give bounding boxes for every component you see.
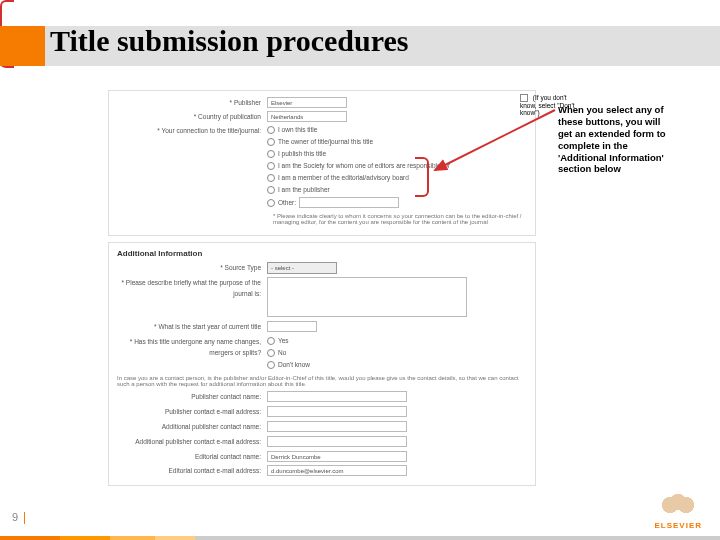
describe-textarea[interactable] (267, 277, 467, 317)
slide-title: Title submission procedures (50, 24, 408, 58)
radio-yes[interactable] (267, 337, 275, 345)
page-number: 9 (12, 511, 25, 524)
header-accent (0, 26, 45, 66)
pub-name-input[interactable] (267, 391, 407, 402)
editor-email-input[interactable]: d.duncombe@elsevier.com (267, 465, 407, 476)
bottom-strip (0, 536, 720, 540)
radio-member[interactable] (267, 174, 275, 182)
country-input[interactable]: Netherlands (267, 111, 347, 122)
additional-panel: Additional Information * Source Type - s… (108, 242, 536, 486)
additional-title: Additional Information (117, 249, 527, 258)
bracket-right (415, 157, 429, 197)
logo-tree-icon (658, 490, 698, 520)
connection-label: * Your connection to the title/journal: (117, 125, 267, 136)
radio-owner[interactable] (267, 138, 275, 146)
start-year-input[interactable] (267, 321, 317, 332)
other-input[interactable] (299, 197, 399, 208)
callout-arrow (430, 90, 570, 180)
pub-name-label: Publisher contact name: (117, 391, 267, 402)
name-changes-label: * Has this title undergone any name chan… (117, 336, 267, 358)
describe-label: * Please describe briefly what the purpo… (117, 277, 267, 299)
add-pub-name-label: Additional publisher contact name: (117, 421, 267, 432)
svg-line-1 (435, 110, 555, 170)
editor-email-label: Editorial contact e-mail address: (117, 465, 267, 476)
publisher-label: * Publisher (117, 97, 267, 108)
radio-no[interactable] (267, 349, 275, 357)
source-type-label: * Source Type (117, 262, 267, 273)
start-year-label: * What is the start year of current titl… (117, 321, 267, 332)
radio-publisher[interactable] (267, 186, 275, 194)
add-pub-name-input[interactable] (267, 421, 407, 432)
radio-other[interactable] (267, 199, 275, 207)
radio-dontknow[interactable] (267, 361, 275, 369)
editor-name-input[interactable]: Derrick Duncombe (267, 451, 407, 462)
add-pub-email-input[interactable] (267, 436, 407, 447)
country-label: * Country of publication (117, 111, 267, 122)
radio-own[interactable] (267, 126, 275, 134)
source-type-select[interactable]: - select - (267, 262, 337, 274)
publisher-input[interactable]: Elsevier (267, 97, 347, 108)
add-pub-email-label: Additional publisher contact e-mail addr… (117, 436, 267, 447)
pub-email-input[interactable] (267, 406, 407, 417)
elsevier-logo: ELSEVIER (654, 490, 702, 530)
connection-note: * Please indicate clearly to whom it con… (273, 213, 527, 225)
pub-email-label: Publisher contact e-mail address: (117, 406, 267, 417)
contact-note: In case you are a contact person, is the… (117, 375, 527, 387)
radio-society[interactable] (267, 162, 275, 170)
callout-text: When you select any of these buttons, yo… (558, 104, 670, 175)
radio-publish[interactable] (267, 150, 275, 158)
logo-text: ELSEVIER (654, 521, 702, 530)
editor-name-label: Editorial contact name: (117, 451, 267, 462)
